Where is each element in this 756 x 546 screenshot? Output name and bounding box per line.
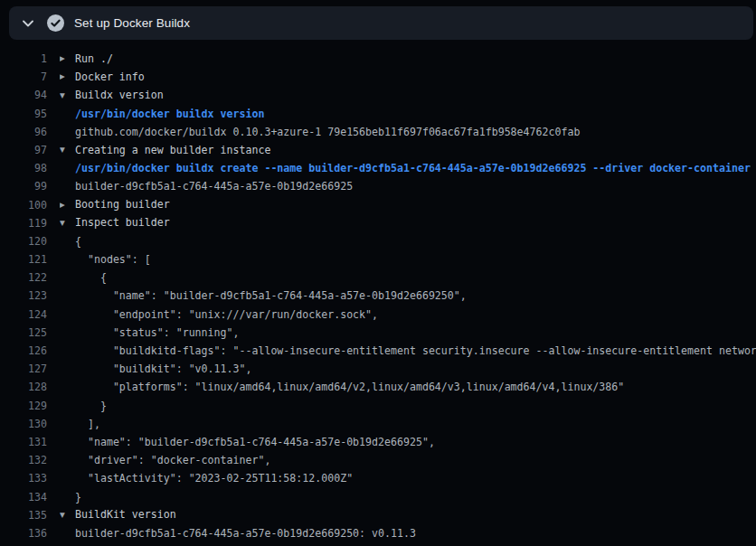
line-number[interactable]: 125 (0, 324, 47, 342)
workflow-log-panel: Set up Docker Buildx 1▶Run ./7▶Docker in… (0, 0, 756, 546)
triangle-down-icon[interactable]: ▼ (60, 506, 75, 524)
log-line: 132 "driver": "docker-container", (0, 451, 756, 469)
line-number[interactable]: 124 (0, 306, 47, 324)
line-number[interactable]: 95 (0, 105, 47, 123)
output-text: "buildkit": "v0.11.3", (60, 360, 756, 378)
group-title: Booting builder (75, 198, 170, 211)
line-number[interactable]: 7 (0, 68, 47, 86)
log-line: 97▼Creating a new builder instance (0, 141, 756, 159)
command-text: /usr/bin/docker buildx version (60, 105, 756, 123)
log-line: 121 "nodes": [ (0, 250, 756, 268)
log-group-toggle[interactable]: ▶Booting builder (60, 195, 756, 214)
group-title: Run ./ (75, 52, 113, 65)
log-group-toggle[interactable]: ▼Buildx version (60, 86, 756, 105)
log-line: 124 "endpoint": "unix:///var/run/docker.… (0, 306, 756, 324)
output-text: ], (60, 415, 756, 433)
line-number[interactable]: 100 (0, 196, 47, 214)
line-number[interactable]: 1 (0, 50, 47, 68)
log-line: 130 ], (0, 415, 756, 433)
line-number[interactable]: 121 (0, 250, 47, 268)
log-line: 128 "platforms": "linux/amd64,linux/amd6… (0, 378, 756, 396)
line-number[interactable]: 123 (0, 287, 47, 305)
log-line: 123 "name": "builder-d9cfb5a1-c764-445a-… (0, 287, 756, 305)
triangle-right-icon[interactable]: ▶ (60, 50, 75, 68)
line-number[interactable]: 136 (0, 524, 47, 542)
output-text: } (60, 397, 756, 415)
log-line: 95/usr/bin/docker buildx version (0, 105, 756, 123)
line-number[interactable]: 122 (0, 268, 47, 287)
line-number[interactable]: 97 (0, 141, 47, 159)
log-line: 119▼Inspect builder (0, 214, 756, 232)
line-number[interactable]: 94 (0, 86, 47, 104)
triangle-down-icon[interactable]: ▼ (60, 87, 75, 105)
line-number[interactable]: 135 (0, 506, 47, 524)
output-text: { (60, 232, 756, 250)
log-line: 1▶Run ./ (0, 50, 756, 68)
line-number[interactable]: 126 (0, 342, 47, 360)
line-number[interactable]: 120 (0, 232, 47, 250)
triangle-right-icon[interactable]: ▶ (60, 68, 75, 86)
output-text: builder-d9cfb5a1-c764-445a-a57e-0b19d2e6… (60, 177, 756, 195)
log-group-toggle[interactable]: ▼BuildKit version (60, 505, 756, 524)
log-group-toggle[interactable]: ▼Creating a new builder instance (60, 141, 756, 160)
group-title: Docker info (75, 71, 145, 83)
line-number[interactable]: 99 (0, 177, 47, 195)
output-text: { (60, 268, 756, 287)
log-line: 94▼Buildx version (0, 86, 756, 104)
line-number[interactable]: 119 (0, 214, 47, 232)
step-title: Set up Docker Buildx (74, 16, 190, 30)
line-number[interactable]: 133 (0, 469, 47, 487)
output-text: github.com/docker/buildx 0.10.3+azure-1 … (60, 123, 756, 141)
output-text: "nodes": [ (60, 250, 756, 268)
line-number[interactable]: 96 (0, 123, 47, 141)
output-text: "buildkitd-flags": "--allow-insecure-ent… (60, 342, 756, 360)
output-text: "platforms": "linux/amd64,linux/amd64/v2… (60, 378, 756, 396)
line-number[interactable]: 131 (0, 433, 47, 451)
line-number[interactable]: 129 (0, 397, 47, 415)
log-lines: 1▶Run ./7▶Docker info94▼Buildx version95… (0, 40, 756, 542)
line-number[interactable]: 128 (0, 378, 47, 396)
output-text: "endpoint": "unix:///var/run/docker.sock… (60, 306, 756, 324)
group-title: Creating a new builder instance (75, 144, 270, 156)
step-header[interactable]: Set up Docker Buildx (9, 6, 753, 40)
triangle-right-icon[interactable]: ▶ (60, 196, 75, 214)
group-title: Buildx version (75, 89, 164, 101)
output-text: "lastActivity": "2023-02-25T11:58:12.000… (60, 469, 756, 487)
log-line: 133 "lastActivity": "2023-02-25T11:58:12… (0, 469, 756, 487)
log-line: 98/usr/bin/docker buildx create --name b… (0, 159, 756, 177)
log-line: 96github.com/docker/buildx 0.10.3+azure-… (0, 123, 756, 141)
log-line: 135▼BuildKit version (0, 506, 756, 524)
log-line: 131 "name": "builder-d9cfb5a1-c764-445a-… (0, 433, 756, 451)
output-text: builder-d9cfb5a1-c764-445a-a57e-0b19d2e6… (60, 524, 756, 542)
log-line: 126 "buildkitd-flags": "--allow-insecure… (0, 342, 756, 360)
group-title: BuildKit version (75, 508, 176, 521)
log-line: 99builder-d9cfb5a1-c764-445a-a57e-0b19d2… (0, 177, 756, 195)
group-title: Inspect builder (75, 216, 170, 229)
log-line: 127 "buildkit": "v0.11.3", (0, 360, 756, 378)
log-line: 7▶Docker info (0, 68, 756, 86)
line-number[interactable]: 127 (0, 360, 47, 378)
line-number[interactable]: 98 (0, 159, 47, 177)
log-line: 129 } (0, 397, 756, 415)
log-group-toggle[interactable]: ▼Inspect builder (60, 213, 756, 232)
log-line: 100▶Booting builder (0, 196, 756, 214)
output-text: "name": "builder-d9cfb5a1-c764-445a-a57e… (60, 433, 756, 451)
triangle-down-icon[interactable]: ▼ (60, 141, 75, 159)
log-line: 120{ (0, 232, 756, 250)
line-number[interactable]: 132 (0, 451, 47, 469)
output-text: } (60, 488, 756, 506)
command-text: /usr/bin/docker buildx create --name bui… (60, 159, 756, 177)
chevron-down-icon[interactable] (16, 6, 40, 40)
log-group-toggle[interactable]: ▶Run ./ (60, 50, 756, 69)
line-number[interactable]: 130 (0, 415, 47, 433)
log-line: 125 "status": "running", (0, 324, 756, 342)
line-number[interactable]: 134 (0, 488, 47, 506)
triangle-down-icon[interactable]: ▼ (60, 214, 75, 232)
check-circle-icon (47, 14, 64, 32)
output-text: "driver": "docker-container", (60, 451, 756, 469)
log-line: 136builder-d9cfb5a1-c764-445a-a57e-0b19d… (0, 524, 756, 542)
log-group-toggle[interactable]: ▶Docker info (60, 68, 756, 87)
log-line: 134} (0, 488, 756, 506)
output-text: "status": "running", (60, 324, 756, 342)
log-line: 122 { (0, 268, 756, 287)
